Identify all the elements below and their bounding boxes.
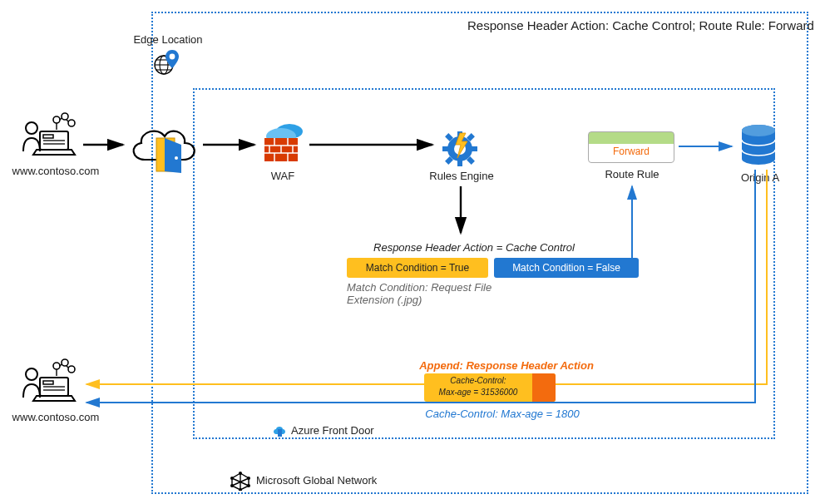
svg-point-68 [247,484,250,487]
svg-point-66 [239,472,242,475]
afd-logo-icon [271,422,288,439]
svg-point-69 [239,488,242,491]
append-line2: Max-age = 31536000 [439,388,518,397]
match-false-box: Match Condition = False [494,258,639,278]
inner-box-label: Azure Front Door [291,424,374,437]
match-note: Match Condition: Request File Extension … [347,281,505,306]
svg-point-67 [247,477,250,480]
append-line1: Cache-Control: [450,376,506,385]
blue-return-label: Cache-Control: Max-age = 1800 [411,408,594,420]
match-true-box: Match Condition = True [347,258,488,278]
header-action-line: Response Header Action = Cache Control [366,241,582,254]
append-box: Cache-Control: Max-age = 31536000 [424,373,556,402]
svg-point-71 [230,477,234,480]
outer-box-label: Microsoft Global Network [256,474,377,487]
mgn-icon [230,471,251,491]
svg-point-70 [230,484,234,487]
svg-rect-61 [278,429,282,437]
append-title: Append: Response Header Action [419,359,594,372]
